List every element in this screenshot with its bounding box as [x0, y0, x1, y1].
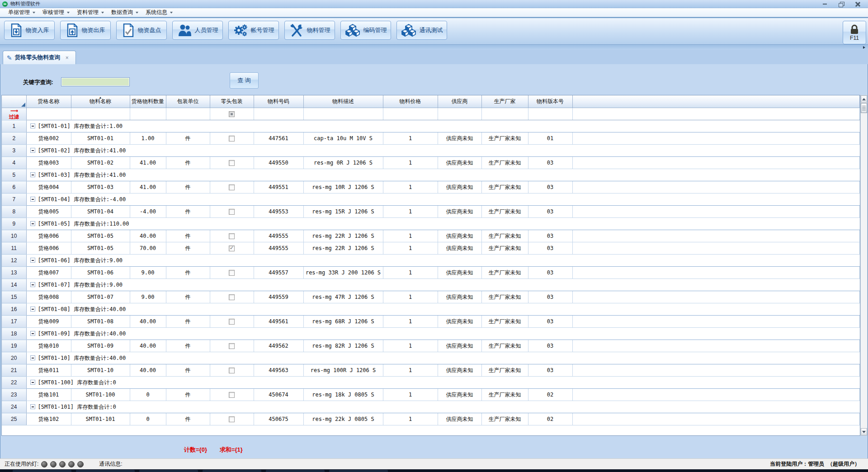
windows-taskbar[interactable] — [0, 469, 868, 472]
lock-button[interactable]: F11 — [843, 21, 866, 44]
filter-cell[interactable] — [26, 108, 71, 120]
lingtou-checkbox[interactable] — [229, 184, 235, 190]
menu-item-shenhe[interactable]: 审核管理 — [39, 8, 73, 17]
group-row[interactable]: 1[SMT01-01] 库存数量合计:1.00 — [2, 120, 860, 132]
filter-cell[interactable] — [130, 108, 166, 120]
lingtou-checkbox[interactable] — [229, 368, 235, 373]
col-header-qty[interactable]: 货格物料数量 — [130, 95, 166, 108]
lingtou-checkbox[interactable] — [229, 392, 235, 398]
table-row[interactable]: 21货格011SMT01-1040.00件449563res-mg 100R J… — [2, 364, 860, 377]
menu-item-danju[interactable]: 单据管理 — [5, 8, 39, 17]
group-row[interactable]: 3[SMT01-02] 库存数量合计:41.00 — [2, 145, 860, 157]
filter-cell[interactable] — [303, 108, 383, 120]
scrollbar-thumb[interactable] — [861, 103, 867, 113]
menu-item-shuju[interactable]: 数据查询 — [108, 8, 142, 17]
filter-cell[interactable] — [528, 108, 572, 120]
table-row[interactable]: 19货格010SMT01-0940.00件449562res-mg 82R J … — [2, 340, 860, 352]
filter-cell[interactable] — [254, 108, 303, 120]
encoding-button[interactable]: 编码管理 — [340, 21, 391, 40]
col-header-price[interactable]: 物料价格 — [383, 95, 438, 108]
collapse-icon[interactable] — [30, 197, 35, 202]
vertical-scrollbar[interactable] — [860, 95, 868, 436]
filter-cell[interactable] — [438, 108, 481, 120]
stock-in-button[interactable]: 物资入库 — [4, 21, 55, 40]
scroll-up-button[interactable] — [861, 95, 867, 103]
group-row[interactable]: 7[SMT01-04] 库存数量合计:-4.00 — [2, 194, 860, 206]
table-row[interactable]: 10货格006SMT01-0540.00件449555res-mg 22R J … — [2, 230, 860, 242]
table-row[interactable]: 8货格005SMT01-04-4.00件449553res-mg 15R J 1… — [2, 206, 860, 218]
lingtou-checkbox[interactable] — [229, 294, 235, 300]
col-header-code[interactable]: 物料号码 — [254, 95, 303, 108]
toolbar-overflow-icon[interactable] — [863, 46, 865, 49]
lingtou-checkbox[interactable] — [229, 416, 235, 422]
lingtou-checkbox[interactable] — [229, 233, 235, 239]
col-header-unit[interactable]: 包装单位 — [166, 95, 210, 108]
lingtou-checkbox[interactable] — [229, 136, 235, 142]
group-row[interactable]: 5[SMT01-03] 库存数量合计:41.00 — [2, 169, 860, 181]
lingtou-checkbox[interactable] — [229, 160, 235, 166]
collapse-icon[interactable] — [30, 148, 35, 153]
group-row[interactable]: 24[SMT01-101] 库存数量合计:0 — [2, 401, 860, 413]
group-row[interactable]: 18[SMT01-09] 库存数量合计:40.00 — [2, 328, 860, 340]
minimize-button[interactable] — [822, 1, 828, 7]
table-row[interactable]: 23货格101SMT01-1000件450674res-mg 18k J 080… — [2, 389, 860, 401]
filter-flag-cell[interactable]: ⟶过滤 — [2, 108, 26, 120]
filter-cell[interactable] — [481, 108, 528, 120]
table-row[interactable]: 17货格009SMT01-0840.00件449561res-mg 68R J … — [2, 316, 860, 328]
material-button[interactable]: 物料管理 — [284, 21, 335, 40]
stock-check-button[interactable]: 物资盘点 — [116, 21, 167, 40]
group-row[interactable]: 22[SMT01-100] 库存数量合计:0 — [2, 377, 860, 389]
table-row[interactable]: 15货格008SMT01-079.00件449559res-mg 47R J 1… — [2, 291, 860, 303]
comm-test-button[interactable]: 通讯测试 — [396, 21, 447, 40]
col-header-lingtou[interactable]: 零头包装 — [210, 95, 254, 108]
table-row[interactable]: 2货格002SMT01-011.00件447561cap-ta 10u M 10… — [2, 132, 860, 145]
account-button[interactable]: 帐号管理 — [228, 21, 279, 40]
filter-cell[interactable] — [210, 108, 254, 120]
lingtou-checkbox[interactable] — [229, 343, 235, 349]
lingtou-checkbox[interactable] — [229, 209, 235, 215]
group-row[interactable]: 16[SMT01-08] 库存数量合计:40.00 — [2, 303, 860, 316]
table-row[interactable]: 25货格102SMT01-1010件450675res-mg 22k J 080… — [2, 413, 860, 425]
col-header-wuliao-name[interactable]: ▲物料名称 — [71, 95, 130, 108]
table-row[interactable]: 11货格006SMT01-0570.00件449555res-mg 22R J … — [2, 242, 860, 255]
col-header-version[interactable]: 物料版本号 — [528, 95, 572, 108]
scroll-down-button[interactable] — [861, 428, 867, 435]
table-row[interactable]: 4货格003SMT01-0241.00件449550res-mg 0R J 12… — [2, 157, 860, 169]
group-row[interactable]: 9[SMT01-05] 库存数量合计:110.00 — [2, 218, 860, 230]
col-header-desc[interactable]: 物料描述 — [303, 95, 383, 108]
menu-item-ziliao[interactable]: 资料管理 — [73, 8, 108, 17]
group-row[interactable]: 12[SMT01-06] 库存数量合计:9.00 — [2, 255, 860, 267]
collapse-icon[interactable] — [30, 172, 35, 177]
table-row[interactable]: 6货格004SMT01-0341.00件449551res-mg 10R J 1… — [2, 181, 860, 194]
keyword-query-input[interactable] — [61, 77, 130, 86]
restore-button[interactable] — [838, 1, 844, 7]
collapse-icon[interactable] — [30, 307, 35, 312]
close-button[interactable] — [854, 1, 861, 7]
menu-item-xitong[interactable]: 系统信息 — [142, 8, 176, 17]
collapse-icon[interactable] — [30, 355, 35, 360]
filter-checkbox[interactable] — [229, 111, 235, 117]
collapse-icon[interactable] — [30, 221, 35, 226]
collapse-icon[interactable] — [30, 282, 35, 287]
tab-close-icon[interactable]: × — [66, 55, 69, 61]
grid-corner-cell[interactable] — [2, 95, 26, 108]
collapse-icon[interactable] — [30, 380, 35, 385]
col-header-huoge-name[interactable]: 货格名称 — [26, 95, 71, 108]
collapse-icon[interactable] — [30, 258, 35, 263]
tab-huoge-lingtou-query[interactable]: ✎ 货格零头物料查询 × — [3, 51, 76, 64]
table-row[interactable]: 13货格007SMT01-069.00件449557res-mg 33R J 2… — [2, 267, 860, 279]
filter-cell[interactable] — [166, 108, 210, 120]
col-header-maker[interactable]: 生产厂家 — [481, 95, 528, 108]
group-row[interactable]: 14[SMT01-07] 库存数量合计:9.00 — [2, 279, 860, 291]
collapse-icon[interactable] — [30, 404, 35, 409]
lingtou-checkbox[interactable] — [229, 245, 235, 251]
personnel-button[interactable]: 人员管理 — [172, 21, 223, 40]
query-button[interactable]: 查 询 — [230, 72, 259, 89]
stock-out-button[interactable]: 物资出库 — [60, 21, 111, 40]
lingtou-checkbox[interactable] — [229, 270, 235, 276]
collapse-icon[interactable] — [30, 331, 35, 336]
filter-cell[interactable] — [383, 108, 438, 120]
collapse-icon[interactable] — [30, 123, 35, 128]
col-header-supplier[interactable]: 供应商 — [438, 95, 481, 108]
filter-cell[interactable] — [71, 108, 130, 120]
